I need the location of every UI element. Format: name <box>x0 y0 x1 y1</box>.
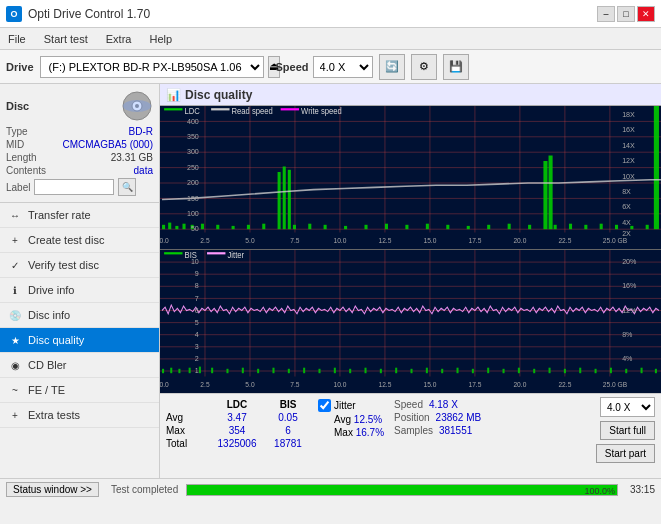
svg-text:17.5: 17.5 <box>468 381 481 388</box>
svg-rect-53 <box>584 225 587 229</box>
drive-select[interactable]: (F:) PLEXTOR BD-R PX-LB950SA 1.06 <box>40 56 264 78</box>
svg-rect-118 <box>199 367 201 374</box>
nav-verify-test-disc[interactable]: ✓ Verify test disc <box>0 253 159 278</box>
menu-start-test[interactable]: Start test <box>40 31 92 47</box>
svg-text:22.5: 22.5 <box>558 381 571 388</box>
svg-rect-38 <box>324 225 327 229</box>
position-label: Position <box>394 412 430 423</box>
svg-rect-54 <box>600 224 603 230</box>
upper-chart: 400 350 300 250 200 150 100 50 18X 16X 1… <box>160 106 661 250</box>
svg-rect-76 <box>164 108 182 110</box>
nav-fe-te-label: FE / TE <box>28 384 65 396</box>
svg-rect-57 <box>646 225 649 229</box>
menu-file[interactable]: File <box>4 31 30 47</box>
svg-text:2.5: 2.5 <box>200 381 209 388</box>
minimize-button[interactable]: – <box>597 6 615 22</box>
svg-rect-78 <box>211 108 229 110</box>
svg-text:400: 400 <box>187 116 199 125</box>
nav-transfer-rate[interactable]: ↔ Transfer rate <box>0 203 159 228</box>
menu-extra[interactable]: Extra <box>102 31 136 47</box>
svg-text:7.5: 7.5 <box>290 237 299 244</box>
start-full-button[interactable]: Start full <box>600 421 655 440</box>
nav-disc-info-label: Disc info <box>28 309 70 321</box>
svg-text:4X: 4X <box>622 218 631 227</box>
svg-rect-122 <box>257 369 259 373</box>
length-label: Length <box>6 152 37 163</box>
stats-speed-select[interactable]: 4.0 X <box>600 397 655 417</box>
jitter-checkbox[interactable] <box>318 399 331 412</box>
speed-section: Speed 4.0 X <box>276 56 373 78</box>
svg-rect-137 <box>487 368 489 374</box>
svg-rect-48 <box>528 225 531 229</box>
svg-rect-24 <box>168 223 171 230</box>
type-value: BD-R <box>129 126 153 137</box>
svg-rect-127 <box>334 368 336 374</box>
refresh-button[interactable]: 🔄 <box>379 54 405 80</box>
save-button[interactable]: 💾 <box>443 54 469 80</box>
disc-label-input[interactable] <box>34 179 114 195</box>
svg-text:12%: 12% <box>622 305 637 314</box>
svg-text:16%: 16% <box>622 281 637 290</box>
max-label: Max <box>166 425 206 436</box>
svg-rect-126 <box>318 369 320 373</box>
nav-disc-quality[interactable]: ★ Disc quality <box>0 328 159 353</box>
speed-position-section: Speed 4.18 X Position 23862 MB Samples 3… <box>394 399 481 436</box>
svg-text:Read speed: Read speed <box>232 106 273 115</box>
svg-point-3 <box>123 100 151 112</box>
svg-text:8X: 8X <box>622 187 631 196</box>
menu-help[interactable]: Help <box>145 31 176 47</box>
svg-text:12.5: 12.5 <box>378 381 391 388</box>
svg-rect-146 <box>625 369 627 373</box>
svg-rect-117 <box>189 368 191 374</box>
status-window-button[interactable]: Status window >> <box>6 482 99 497</box>
svg-text:14X: 14X <box>622 141 635 150</box>
contents-value: data <box>134 165 153 176</box>
nav-create-test-disc-label: Create test disc <box>28 234 104 246</box>
settings-button[interactable]: ⚙ <box>411 54 437 80</box>
nav-drive-info[interactable]: ℹ Drive info <box>0 278 159 303</box>
nav-fe-te[interactable]: ~ FE / TE <box>0 378 159 403</box>
nav-create-test-disc[interactable]: + Create test disc <box>0 228 159 253</box>
svg-rect-45 <box>467 226 470 229</box>
svg-rect-26 <box>182 224 185 230</box>
disc-label-label: Label <box>6 182 30 193</box>
content-area: 📊 Disc quality <box>160 84 661 478</box>
svg-rect-148 <box>655 369 657 373</box>
maximize-button[interactable]: □ <box>617 6 635 22</box>
avg-bis: 0.05 <box>268 412 308 423</box>
create-test-disc-icon: + <box>8 233 22 247</box>
svg-text:6: 6 <box>195 305 199 314</box>
stats-table: LDC BIS Avg 3.47 0.05 Max 354 6 Total 13… <box>166 399 308 449</box>
start-part-button[interactable]: Start part <box>596 444 655 463</box>
svg-text:12.5: 12.5 <box>378 237 391 244</box>
nav-disc-info[interactable]: 💿 Disc info <box>0 303 159 328</box>
nav-extra-tests[interactable]: + Extra tests <box>0 403 159 428</box>
disc-label-button[interactable]: 🔍 <box>118 178 136 196</box>
status-text: Test completed <box>111 484 178 495</box>
close-button[interactable]: ✕ <box>637 6 655 22</box>
charts-container: 400 350 300 250 200 150 100 50 18X 16X 1… <box>160 106 661 393</box>
svg-rect-140 <box>533 369 535 373</box>
svg-rect-32 <box>262 224 265 230</box>
chart-header: 📊 Disc quality <box>160 84 661 106</box>
jitter-avg-value: 12.5% <box>354 414 382 425</box>
svg-rect-120 <box>226 369 228 373</box>
svg-text:6X: 6X <box>622 202 631 211</box>
speed-value: 4.18 X <box>429 399 458 410</box>
svg-rect-35 <box>288 170 291 229</box>
nav-cd-bler[interactable]: ◉ CD Bler <box>0 353 159 378</box>
contents-label: Contents <box>6 165 46 176</box>
total-bis: 18781 <box>268 438 308 449</box>
svg-text:10.0: 10.0 <box>333 381 346 388</box>
col-bis-header: BIS <box>268 399 308 410</box>
speed-label: Speed <box>394 399 423 410</box>
svg-text:300: 300 <box>187 147 199 156</box>
speed-select[interactable]: 4.0 X <box>313 56 373 78</box>
svg-text:10X: 10X <box>622 171 635 180</box>
nav-extra-tests-label: Extra tests <box>28 409 80 421</box>
progress-bar: 100.0% <box>186 484 618 496</box>
svg-text:4%: 4% <box>622 354 633 363</box>
svg-rect-164 <box>164 252 182 254</box>
svg-rect-47 <box>508 224 511 230</box>
progress-fill <box>187 485 617 495</box>
